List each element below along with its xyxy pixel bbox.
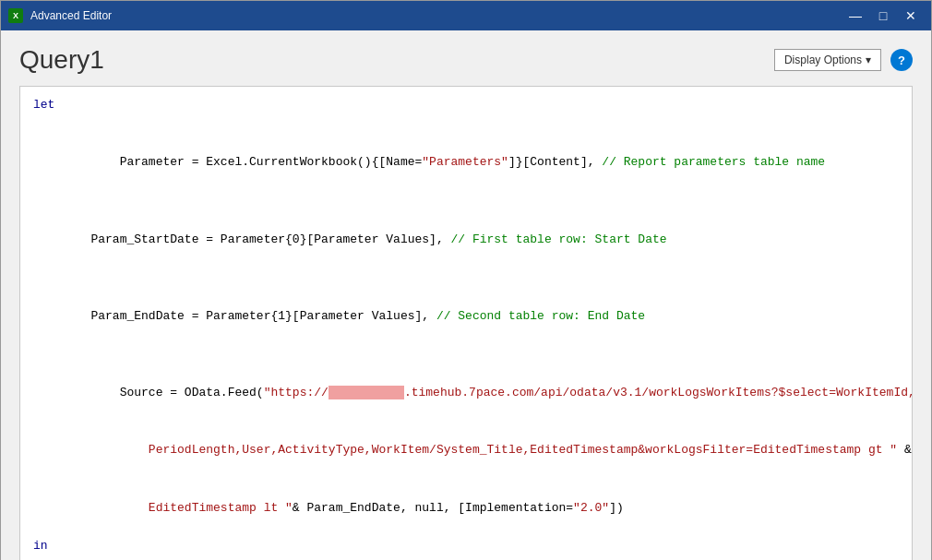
header-right: Display Options ▾ ? [774,49,913,71]
content-area: Query1 Display Options ▾ ? let Parameter… [1,30,931,560]
code-line-enddate: Param_EndDate = Parameter{1}[Parameter V… [33,288,899,345]
code-line-source1: Source = OData.Feed("https:// .timehub.7… [33,364,899,422]
title-bar: X Advanced Editor — □ ✕ [1,1,931,30]
code-editor[interactable]: let Parameter = Excel.CurrentWorkbook(){… [19,86,913,560]
query-header: Query1 Display Options ▾ ? [19,45,913,75]
close-button[interactable]: ✕ [898,5,924,27]
code-line-source3: EditedTimestamp lt "& Param_EndDate, nul… [33,480,899,537]
code-line-startdate: Param_StartDate = Parameter{0}[Parameter… [33,211,899,268]
query-title: Query1 [19,45,104,75]
help-button[interactable]: ? [890,49,913,71]
code-line-blank1 [33,115,899,135]
code-line-blank2 [33,192,899,211]
display-options-button[interactable]: Display Options ▾ [774,49,881,71]
window-title: Advanced Editor [30,9,842,22]
minimize-button[interactable]: — [842,5,868,27]
code-line-blank4 [33,345,899,364]
code-line-in: in [33,537,899,556]
code-line-parameter: Parameter = Excel.CurrentWorkbook(){[Nam… [33,135,899,192]
code-line-blank3 [33,268,899,288]
advanced-editor-window: X Advanced Editor — □ ✕ Query1 Display O… [0,0,932,560]
window-controls: — □ ✕ [842,5,924,27]
code-line-source-ref: Source [33,556,899,560]
code-line-let: let [33,96,899,115]
code-line-source2: PeriodLength,User,ActivityType,WorkItem/… [33,423,899,480]
app-icon: X [8,8,23,23]
maximize-button[interactable]: □ [870,5,896,27]
